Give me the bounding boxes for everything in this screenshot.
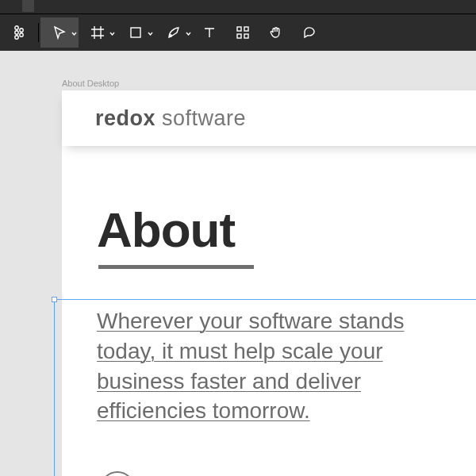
frame-label[interactable]: About Desktop [62,79,119,88]
comment-tool[interactable] [293,17,326,48]
svg-rect-8 [244,27,248,31]
toolbar-divider [38,23,39,42]
selection-handle[interactable] [52,297,57,302]
svg-point-1 [15,31,18,34]
resources-tool[interactable] [226,17,259,48]
chevron-down-icon [71,25,77,40]
svg-point-3 [20,29,23,32]
figma-menu-icon[interactable] [3,17,36,48]
pen-tool[interactable] [155,17,193,48]
canvas[interactable]: About Desktop redox software About Where… [0,51,476,476]
shape-tool[interactable] [117,17,155,48]
svg-point-0 [15,26,18,29]
site-header: redox software [62,90,476,146]
svg-rect-5 [131,28,140,37]
hand-tool[interactable] [259,17,293,48]
menubar-strip [0,0,476,14]
svg-rect-9 [237,34,241,38]
move-tool[interactable] [40,17,79,48]
svg-rect-10 [244,34,248,38]
svg-point-2 [15,36,18,39]
toolbar [0,14,476,51]
chevron-down-icon [186,25,191,40]
page-title: About [97,202,235,258]
svg-rect-7 [237,27,241,31]
frame-tool[interactable] [79,17,117,48]
chevron-down-icon [109,25,115,40]
brand-logo: redox software [95,106,246,131]
svg-point-4 [20,33,23,36]
title-underline [98,265,254,269]
svg-point-6 [170,35,171,36]
text-tool[interactable] [193,17,226,48]
chevron-down-icon [148,25,153,40]
lede-text[interactable]: Wherever your software stands today, it … [97,306,414,426]
